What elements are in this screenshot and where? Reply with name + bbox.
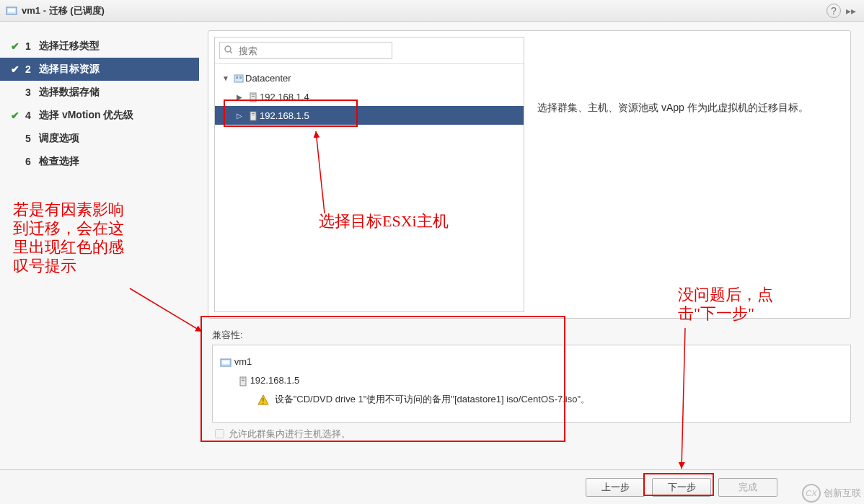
search-input[interactable]: [237, 45, 392, 57]
checkmark-icon: ✔: [9, 110, 22, 121]
svg-rect-9: [252, 96, 255, 97]
svg-rect-6: [239, 76, 242, 79]
back-button[interactable]: 上一步: [586, 478, 645, 497]
allow-host-label: 允许此群集内进行主机选择。: [229, 428, 351, 441]
resource-tree: ▼ Datacenter ▶ 192.168.1.4: [215, 64, 524, 129]
checkmark-icon: ✔: [9, 63, 22, 75]
svg-text:!: !: [263, 397, 265, 405]
help-icon[interactable]: ?: [826, 4, 841, 18]
search-box[interactable]: [219, 42, 392, 59]
vm-icon: [6, 5, 17, 17]
tree-datacenter[interactable]: ▼ Datacenter: [215, 68, 524, 87]
host-icon: [247, 91, 260, 102]
svg-rect-4: [234, 75, 243, 82]
host-icon: [247, 110, 260, 121]
allow-host-select-row: 允许此群集内进行主机选择。: [212, 427, 851, 441]
vm-icon: [220, 356, 234, 367]
svg-rect-15: [240, 377, 246, 386]
compatibility-box: vm1 192.168.1.5 ! 设备"CD/DVD drive 1"使用不可…: [212, 345, 851, 423]
step-2[interactable]: ✔ 2 选择目标资源: [0, 58, 199, 81]
svg-rect-14: [222, 361, 229, 364]
step-5[interactable]: 5 调度选项: [0, 127, 199, 150]
search-icon: [220, 45, 237, 56]
svg-rect-7: [250, 93, 256, 102]
chevron-right-icon: ▶: [237, 93, 247, 101]
svg-rect-12: [252, 115, 255, 115]
compat-host: 192.168.1.5: [250, 375, 300, 386]
svg-rect-8: [252, 94, 255, 95]
checkmark-icon: ✔: [9, 40, 22, 52]
svg-rect-16: [242, 379, 244, 379]
datacenter-icon: [232, 72, 245, 84]
warning-icon: !: [257, 394, 269, 406]
collapse-icon[interactable]: ▸▸: [844, 4, 858, 18]
next-button[interactable]: 下一步: [652, 478, 711, 497]
tree-panel: ▼ Datacenter ▶ 192.168.1.4: [214, 37, 524, 312]
main-panel: ▼ Datacenter ▶ 192.168.1.4: [199, 22, 864, 469]
wizard-steps: ✔ 1 选择迁移类型 ✔ 2 选择目标资源 3 选择数据存储 ✔ 4 选择 vM…: [0, 22, 199, 469]
compat-warning-text: 设备"CD/DVD drive 1"使用不可访问的备用"[datastore1]…: [275, 394, 590, 404]
tree-host-2[interactable]: ▷ 192.168.1.5: [215, 106, 524, 125]
wizard-footer: 上一步 下一步 完成: [0, 469, 864, 504]
tree-host-1[interactable]: ▶ 192.168.1.4: [215, 87, 524, 106]
step-6[interactable]: 6 检查选择: [0, 150, 199, 173]
host-icon: [239, 375, 250, 386]
allow-host-checkbox: [215, 429, 224, 438]
resource-panel: ▼ Datacenter ▶ 192.168.1.4: [208, 30, 851, 319]
title-bar: vm1 - 迁移 (已调度) ? ▸▸: [0, 0, 864, 22]
tree-label: 192.168.1.4: [260, 92, 309, 102]
svg-rect-11: [252, 113, 255, 114]
finish-button: 完成: [718, 478, 777, 497]
svg-line-3: [230, 51, 232, 53]
step-1[interactable]: ✔ 1 选择迁移类型: [0, 35, 199, 58]
tree-label: Datacenter: [245, 73, 291, 84]
svg-rect-1: [8, 9, 15, 12]
chevron-down-icon: ▼: [222, 74, 232, 82]
window-title: vm1 - 迁移 (已调度): [22, 4, 105, 17]
svg-rect-17: [242, 380, 244, 381]
step-3[interactable]: 3 选择数据存储: [0, 81, 199, 104]
help-text: 选择群集、主机、资源池或 vApp 作为此虚拟机的迁移目标。: [537, 37, 845, 312]
chevron-right-icon: ▷: [237, 112, 247, 120]
compatibility-label: 兼容性:: [212, 329, 851, 342]
svg-rect-10: [250, 112, 256, 120]
compat-vm-name: vm1: [234, 356, 252, 367]
svg-point-2: [225, 46, 231, 52]
tree-label: 192.168.1.5: [260, 110, 309, 121]
step-4[interactable]: ✔ 4 选择 vMotion 优先级: [0, 104, 199, 127]
svg-rect-5: [236, 76, 238, 79]
watermark: CX 创新互联: [802, 484, 861, 503]
